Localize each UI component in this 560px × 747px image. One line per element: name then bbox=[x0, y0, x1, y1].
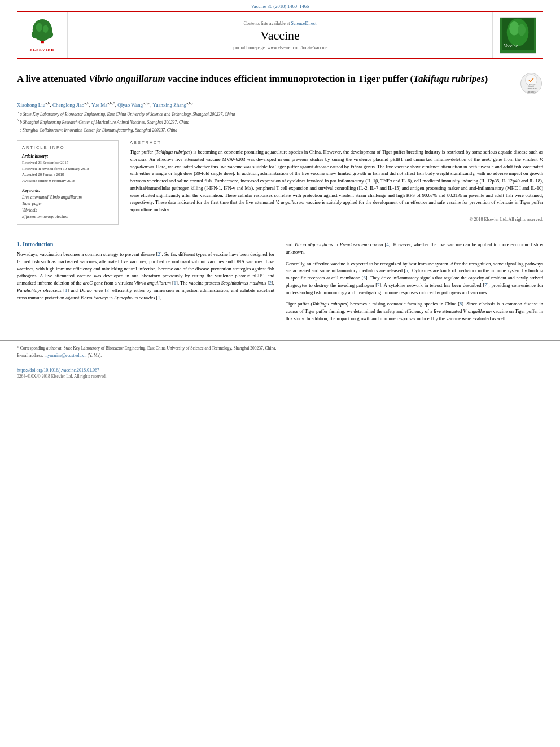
footnote-area: * Corresponding author at: State Key Lab… bbox=[0, 340, 560, 365]
main-content: A live attenuated Vibrio anguillarum vac… bbox=[0, 59, 560, 225]
intro-heading: 1. Introduction bbox=[17, 241, 274, 247]
copyright-line: © 2018 Elsevier Ltd. All rights reserved… bbox=[130, 217, 543, 222]
affiliation-c: c c Shanghai Collaborative Innovation Ce… bbox=[17, 126, 543, 133]
article-info-col: ARTICLE INFO Article history: Received 2… bbox=[17, 140, 119, 225]
doi-bar: Vaccine 36 (2018) 1460–1466 bbox=[0, 0, 560, 11]
ref-5[interactable]: 5 bbox=[405, 268, 408, 273]
affiliations: a a State Key Laboratory of Bioreactor E… bbox=[17, 110, 543, 133]
authors-line: Xiaohong Liua,b, Chenglong Jiaoa,b, Yue … bbox=[17, 101, 543, 108]
author-qiyao[interactable]: Qiyao Wang bbox=[117, 102, 143, 108]
intro-para1: Nowadays, vaccination becomes a common s… bbox=[17, 251, 274, 301]
journal-title: Vaccine bbox=[260, 28, 300, 43]
article-info-box: ARTICLE INFO Article history: Received 2… bbox=[17, 140, 119, 225]
check-badge-label: Check for updates bbox=[521, 87, 541, 94]
elsevier-tree-icon bbox=[25, 19, 59, 46]
journal-header: ELSEVIER Contents lists available at Sci… bbox=[17, 11, 543, 59]
body-left-col: 1. Introduction Nowadays, vaccination be… bbox=[17, 241, 274, 327]
sciencedirect-link[interactable]: ScienceDirect bbox=[291, 21, 317, 26]
article-title-text: A live attenuated Vibrio anguillarum vac… bbox=[17, 73, 515, 90]
keywords-label: Keywords: bbox=[22, 188, 113, 193]
author-yue[interactable]: Yue Ma bbox=[91, 102, 107, 108]
ref-3[interactable]: 3 bbox=[107, 287, 109, 293]
svg-point-8 bbox=[509, 21, 519, 36]
ref-1b[interactable]: 1 bbox=[65, 287, 67, 293]
intro-para3: Generally, an effective vaccine is expec… bbox=[286, 260, 543, 296]
ref-2b[interactable]: 2 bbox=[269, 280, 272, 286]
check-badge-circle: Check for updates Check for updates bbox=[520, 73, 542, 94]
article-title-section: A live attenuated Vibrio anguillarum vac… bbox=[17, 73, 543, 95]
keyword-4: Efficient immunoprotection bbox=[22, 213, 113, 220]
article-info-heading: ARTICLE INFO bbox=[22, 145, 113, 150]
email-note: E-mail address: mymarine@ecust.edu.cn (Y… bbox=[17, 353, 543, 359]
journal-homepage: journal homepage: www.elsevier.com/locat… bbox=[233, 45, 328, 50]
ref-1a[interactable]: 1 bbox=[174, 280, 176, 286]
body-content: 1. Introduction Nowadays, vaccination be… bbox=[0, 241, 560, 338]
article-title: A live attenuated Vibrio anguillarum vac… bbox=[17, 73, 515, 85]
section-divider bbox=[17, 233, 543, 233]
ref-7a[interactable]: 7 bbox=[377, 282, 379, 288]
svg-text:Vaccine: Vaccine bbox=[504, 43, 518, 49]
svg-point-5 bbox=[42, 25, 48, 32]
ref-2[interactable]: 2 bbox=[158, 251, 160, 257]
keyword-3: Vibriosis bbox=[22, 207, 113, 213]
elsevier-logo: ELSEVIER bbox=[25, 19, 59, 52]
article-history: Article history: Received 23 September 2… bbox=[22, 154, 113, 184]
svg-point-9 bbox=[518, 24, 526, 36]
revised-date: Received in revised form 19 January 2018 bbox=[22, 166, 113, 172]
svg-point-4 bbox=[36, 23, 42, 31]
corresponding-author-note: * Corresponding author at: State Key Lab… bbox=[17, 346, 543, 352]
abstract-text: Tiger puffer (Takifugu rubripes) is beco… bbox=[130, 148, 543, 213]
abstract-col: ABSTRACT Tiger puffer (Takifugu rubripes… bbox=[130, 140, 543, 225]
abstract-heading: ABSTRACT bbox=[130, 140, 543, 145]
author-xiaohong[interactable]: Xiaohong Liu bbox=[17, 102, 45, 108]
abstract-section: ABSTRACT Tiger puffer (Takifugu rubripes… bbox=[130, 140, 543, 222]
history-label: Article history: bbox=[22, 154, 113, 159]
accepted-date: Accepted 20 January 2018 bbox=[22, 172, 113, 178]
vaccine-badge-svg: Vaccine bbox=[502, 17, 534, 52]
author-yuanxing[interactable]: Yuanxing Zhang bbox=[153, 102, 187, 108]
keyword-1: Live attenuated Vibrio anguillarum bbox=[22, 194, 113, 200]
intro-para4: Tiger puffer (Takifugu rubripes) becomes… bbox=[286, 300, 543, 322]
article-info-abstract-section: ARTICLE INFO Article history: Received 2… bbox=[17, 140, 543, 225]
email-link[interactable]: mymarine@ecust.edu.cn bbox=[45, 353, 86, 358]
affiliation-b: b b Shanghai Engineering Research Center… bbox=[17, 118, 543, 125]
intro-para2: and Vibrio alginolyticus in Pseudosciaen… bbox=[286, 241, 543, 256]
ref-6[interactable]: 6 bbox=[363, 275, 365, 281]
ref-4[interactable]: 4 bbox=[386, 242, 388, 247]
ref-1c[interactable]: 1 bbox=[158, 295, 160, 300]
journal-header-center: Contents lists available at ScienceDirec… bbox=[68, 12, 492, 58]
check-updates-badge: Check for updates Check for updates bbox=[520, 73, 543, 95]
keywords-section: Keywords: Live attenuated Vibrio anguill… bbox=[22, 188, 113, 220]
issn-copyright: 0264-410X/© 2018 Elsevier Ltd. All right… bbox=[17, 374, 543, 379]
svg-point-2 bbox=[31, 30, 42, 38]
doi-footer: https://doi.org/10.1016/j.vaccine.2018.0… bbox=[0, 365, 560, 379]
keyword-2: Tiger puffer bbox=[22, 200, 113, 207]
journal-logo-right: Vaccine bbox=[492, 12, 543, 58]
doi-text: Vaccine 36 (2018) 1460–1466 bbox=[251, 3, 309, 9]
contents-line: Contents lists available at ScienceDirec… bbox=[244, 21, 317, 26]
ref-7b[interactable]: 7 bbox=[484, 282, 487, 288]
elsevier-logo-area: ELSEVIER bbox=[17, 12, 68, 58]
received-date: Received 23 September 2017 bbox=[22, 160, 113, 166]
author-chenglong[interactable]: Chenglong Jiao bbox=[53, 102, 84, 108]
affiliation-a: a a State Key Laboratory of Bioreactor E… bbox=[17, 110, 543, 117]
ref-8[interactable]: 8 bbox=[460, 301, 462, 307]
doi-link-footer[interactable]: https://doi.org/10.1016/j.vaccine.2018.0… bbox=[17, 368, 543, 373]
check-updates-icon: Check for updates bbox=[523, 73, 540, 87]
page-wrapper: Vaccine 36 (2018) 1460–1466 ELSEVIER bbox=[0, 0, 560, 379]
available-date: Available online 9 February 2018 bbox=[22, 178, 113, 184]
vaccine-journal-badge: Vaccine bbox=[500, 17, 536, 54]
elsevier-label: ELSEVIER bbox=[30, 47, 54, 52]
body-right-col: and Vibrio alginolyticus in Pseudosciaen… bbox=[286, 241, 543, 327]
